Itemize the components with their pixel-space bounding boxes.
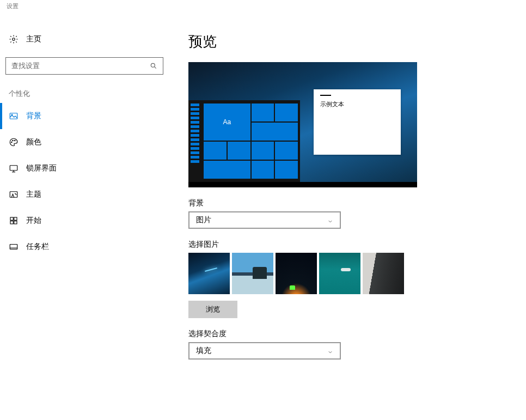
svg-rect-12 [10,217,13,220]
nav-lockscreen[interactable]: 锁屏界面 [0,155,169,181]
svg-line-2 [154,66,156,68]
thumbnail[interactable] [232,253,273,294]
background-value: 图片 [196,215,211,225]
choose-picture-label: 选择图片 [188,240,526,249]
main-content: 预览 Aa 示例文本 [169,10,526,420]
svg-point-6 [13,140,14,141]
background-label: 背景 [188,198,526,208]
preview-sample-text: 示例文本 [320,100,394,108]
nav-themes[interactable]: 主题 [0,181,169,208]
chevron-down-icon [327,348,333,354]
palette-icon [9,137,19,147]
svg-point-1 [151,63,155,67]
nav-label: 任务栏 [26,242,49,252]
svg-point-5 [11,142,13,143]
nav-background[interactable]: 背景 [0,103,169,129]
background-select[interactable]: 图片 [188,211,341,229]
browse-button[interactable]: 浏览 [188,301,237,318]
thumbnail[interactable] [319,253,360,294]
sidebar: 主页 查找设置 个性化 背景 [0,10,169,420]
gear-icon [9,34,19,44]
home-button[interactable]: 主页 [0,29,169,50]
page-heading: 预览 [188,32,526,51]
thumbnail[interactable] [363,253,404,294]
svg-point-0 [13,38,15,41]
nav-label: 锁屏界面 [26,163,57,173]
theme-icon [9,190,19,199]
svg-rect-14 [10,221,13,224]
image-icon [9,111,19,121]
taskbar-icon [9,242,19,252]
preview-window: 示例文本 [314,89,401,155]
search-icon [150,62,157,70]
nav-start[interactable]: 开始 [0,208,169,234]
fit-select[interactable]: 填充 [188,342,341,360]
monitor-icon [9,163,19,173]
section-label: 个性化 [0,75,169,103]
fit-value: 填充 [196,346,211,356]
thumbnail-row [188,253,526,294]
chevron-down-icon [327,217,333,223]
preview-start-menu: Aa [188,100,300,182]
preview-tile-aa: Aa [204,104,250,141]
svg-rect-16 [10,245,17,249]
thumbnail[interactable] [188,253,230,294]
nav-colors[interactable]: 颜色 [0,129,169,155]
grid-icon [9,216,19,226]
thumbnail[interactable] [276,253,317,294]
home-label: 主页 [26,34,41,44]
search-placeholder: 查找设置 [11,61,40,71]
search-input[interactable]: 查找设置 [5,57,163,75]
nav-label: 开始 [26,216,41,226]
container: 主页 查找设置 个性化 背景 [0,10,526,420]
app-title: 设置 [0,0,526,10]
svg-rect-8 [10,166,17,171]
nav-taskbar[interactable]: 任务栏 [0,234,169,260]
nav-label: 颜色 [26,137,41,147]
svg-rect-15 [14,221,17,224]
svg-point-7 [15,140,16,141]
fit-label: 选择契合度 [188,329,526,339]
nav-label: 背景 [26,111,41,121]
svg-rect-13 [14,217,17,220]
nav-label: 主题 [26,190,41,199]
preview-panel: Aa 示例文本 [188,62,417,187]
